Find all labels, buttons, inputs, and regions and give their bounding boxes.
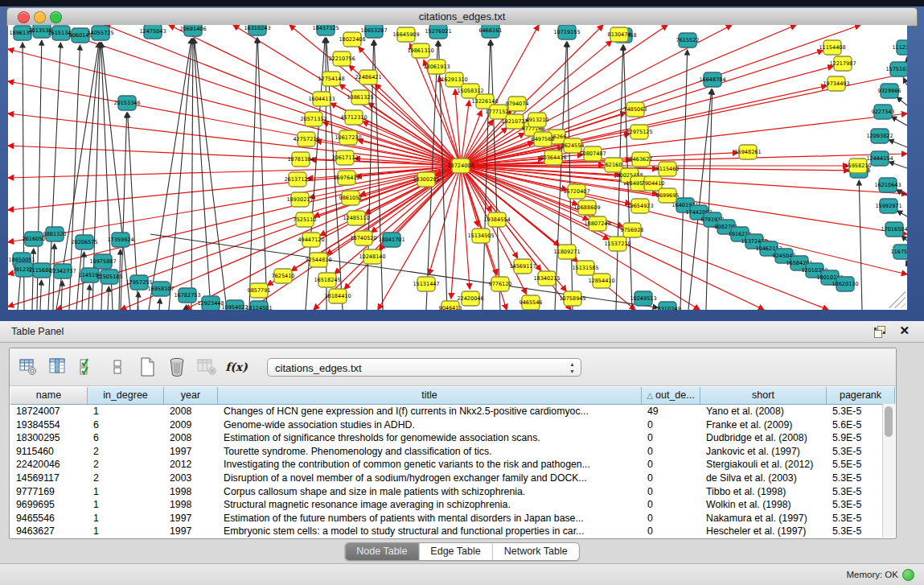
graph-node[interactable]: 7615522 xyxy=(676,33,700,47)
graph-node[interactable]: 9463627 xyxy=(630,152,653,167)
column-header-out-de-[interactable]: △out_de... xyxy=(642,387,700,404)
cell-year[interactable]: 2008 xyxy=(164,405,218,418)
cell-out-de-[interactable]: 49 xyxy=(642,405,700,418)
cell-title[interactable]: Corpus callosum shape and size in male p… xyxy=(218,485,642,499)
cell-year[interactable]: 1998 xyxy=(164,498,218,512)
graph-node[interactable]: 20153346 xyxy=(113,96,140,110)
cell-name[interactable]: 9115460 xyxy=(10,445,88,459)
table-select-dropdown[interactable]: citations_edges.txt ▲▼ xyxy=(267,358,581,377)
cell-out-de-[interactable]: 0 xyxy=(642,431,700,445)
table-row[interactable]: 1872400712008Changes of HCN gene express… xyxy=(10,405,895,418)
graph-node[interactable]: 26137125 xyxy=(284,172,310,187)
graph-node[interactable]: 18740520 xyxy=(350,231,376,245)
cell-title[interactable]: Tourette syndrome. Phenomenology and cla… xyxy=(218,445,642,459)
cell-out-de-[interactable]: 0 xyxy=(642,445,700,459)
graph-node[interactable]: 18781384 xyxy=(287,152,314,167)
graph-node[interactable]: 22210756 xyxy=(328,51,355,66)
graph-node[interactable]: 15751074 xyxy=(885,62,907,76)
graph-node[interactable]: 16518245 xyxy=(314,273,340,287)
graph-node[interactable]: 20206575 xyxy=(71,235,97,249)
cell-out-de-[interactable]: 0 xyxy=(642,498,700,512)
graph-node[interactable]: 19734493 xyxy=(823,76,849,91)
cell-year[interactable]: 2003 xyxy=(164,472,218,485)
cell-out-de-[interactable]: 0 xyxy=(642,418,700,432)
graph-node[interactable]: 7625410 xyxy=(272,269,295,283)
table-row[interactable]: 911546021997Tourette syndrome. Phenomeno… xyxy=(10,445,895,459)
graph-node[interactable]: 4913210 xyxy=(526,113,549,127)
column-header-in-degree[interactable]: in_degree xyxy=(88,387,164,404)
citation-network-graph[interactable]: 1896137220135391161513429060143140557251… xyxy=(8,25,907,310)
cell-year[interactable]: 1997 xyxy=(164,512,218,525)
cell-in-degree[interactable]: 1 xyxy=(88,405,164,418)
cell-title[interactable]: Estimation of significance thresholds fo… xyxy=(218,431,642,445)
cell-out-de-[interactable]: 0 xyxy=(642,458,700,472)
column-header-name[interactable]: name xyxy=(10,387,88,404)
graph-node[interactable]: 9115460 xyxy=(656,162,680,176)
table-row[interactable]: 946362711997Embryonic stem cells: a mode… xyxy=(10,525,895,538)
tab-edge-table[interactable]: Edge Table xyxy=(419,543,492,560)
cell-name[interactable]: 14569117 xyxy=(10,472,88,485)
cell-short[interactable]: Nakamura et al. (1997) xyxy=(700,512,827,525)
graph-node[interactable]: 12217987 xyxy=(829,56,856,71)
table-vertical-scrollbar[interactable] xyxy=(882,404,895,538)
cell-title[interactable]: Embryonic stem cells: a model to study s… xyxy=(218,525,642,538)
cell-year[interactable]: 2012 xyxy=(164,458,218,472)
cell-year[interactable]: 2009 xyxy=(164,418,218,432)
graph-node[interactable]: 1167533 xyxy=(891,245,907,259)
cell-title[interactable]: Investigating the contribution of common… xyxy=(218,458,642,472)
graph-node[interactable]: 7485063 xyxy=(624,102,647,117)
graph-node[interactable]: 9861052 xyxy=(339,191,363,205)
cell-in-degree[interactable]: 6 xyxy=(88,431,164,445)
graph-node[interactable]: 15134505 xyxy=(467,229,494,243)
graph-node[interactable]: 11123150 xyxy=(892,40,907,55)
graph-node[interactable]: 45712310 xyxy=(340,110,367,125)
graph-node[interactable]: 22420046 xyxy=(457,291,483,306)
cell-short[interactable]: Stergiakouli et al. (2012) xyxy=(700,458,827,472)
graph-node[interactable]: 12923448 xyxy=(197,296,224,310)
graph-node[interactable]: 9776120 xyxy=(489,277,512,291)
table-row[interactable]: 2242004622012Investigating the contribut… xyxy=(10,458,895,472)
graph-node[interactable]: 15276021 xyxy=(425,25,451,39)
table-row[interactable]: 977716911998Corpus callosum shape and si… xyxy=(10,485,895,499)
graph-node[interactable]: 9329966 xyxy=(878,84,901,98)
cell-in-degree[interactable]: 1 xyxy=(88,512,164,525)
graph-node[interactable]: 9699695 xyxy=(656,188,680,203)
graph-node[interactable]: 10758945 xyxy=(559,291,585,306)
table-row[interactable]: 1830029562008Estimation of significance … xyxy=(10,431,895,445)
cell-out-de-[interactable]: 0 xyxy=(642,485,700,499)
cell-out-de-[interactable]: 0 xyxy=(642,525,700,538)
cell-year[interactable]: 1998 xyxy=(164,485,218,499)
cell-short[interactable]: Tibbo et al. (1998) xyxy=(700,485,827,499)
graph-node[interactable]: 20617112 xyxy=(331,150,358,165)
cell-short[interactable]: Jankovic et al. (1997) xyxy=(700,445,827,459)
cell-out-de-[interactable]: 0 xyxy=(642,472,700,485)
cell-short[interactable]: de Silva et al. (2003) xyxy=(700,472,827,485)
cell-name[interactable]: 19384554 xyxy=(10,418,88,432)
cell-short[interactable]: Franke et al. (2009) xyxy=(700,418,827,432)
graph-node[interactable]: 62160 xyxy=(605,158,622,172)
cell-title[interactable]: Changes of HCN gene expression and I(f) … xyxy=(218,405,642,418)
graph-node[interactable]: 18184410 xyxy=(324,289,351,303)
graph-node[interactable]: 10249513 xyxy=(630,291,656,306)
cell-name[interactable]: 9463627 xyxy=(10,525,88,538)
cell-title[interactable]: Structural magnetic resonance image aver… xyxy=(218,498,642,512)
cell-in-degree[interactable]: 1 xyxy=(88,525,164,538)
select-functions-icon[interactable] xyxy=(77,356,98,377)
float-window-icon[interactable] xyxy=(874,326,885,337)
cell-short[interactable]: Dudbridge et al. (2008) xyxy=(700,431,827,445)
graph-node[interactable]: 15131447 xyxy=(413,277,439,291)
cell-name[interactable]: 9777169 xyxy=(10,485,88,499)
graph-node[interactable]: 11154408 xyxy=(819,40,845,55)
graph-node[interactable]: 14569117 xyxy=(509,259,536,274)
cell-title[interactable]: Disruption of a novel member of a sodium… xyxy=(218,472,642,485)
window-titlebar[interactable]: citations_edges.txt xyxy=(6,7,918,27)
cell-title[interactable]: Estimation of the future numbers of pati… xyxy=(218,512,642,525)
graph-node[interactable]: 18041701 xyxy=(378,233,405,247)
graph-node[interactable]: 18061913 xyxy=(423,60,450,74)
graph-node[interactable]: 19861310 xyxy=(407,43,433,58)
graph-node[interactable]: 17016504 xyxy=(881,222,907,237)
graph-node[interactable]: 7525110 xyxy=(294,212,317,227)
graph-node[interactable]: 9046413 xyxy=(439,301,462,310)
graph-node[interactable]: 19654923 xyxy=(626,199,653,213)
show-columns-icon[interactable] xyxy=(47,356,68,377)
